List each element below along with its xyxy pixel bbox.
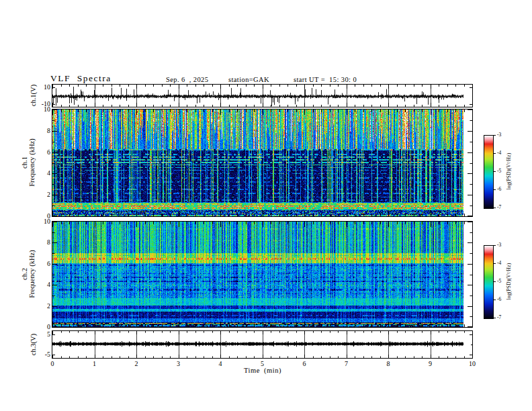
ch1-frequency-axis-label: ch.1 Frequency (kHz): [21, 138, 36, 186]
colorbar-tick: [493, 171, 496, 172]
colorbar-tick-label: -5: [497, 169, 501, 174]
x-tick-label: 2: [135, 360, 138, 367]
ch1-axis-frequency-text: Frequency (kHz): [28, 138, 36, 186]
colorbar-ch2: [484, 245, 494, 319]
colorbar-tick: [493, 263, 496, 264]
y-tick-label: 2: [26, 191, 50, 199]
plot-title: VLF Spectra: [50, 73, 112, 84]
ch1-axis-channel-text: ch.1: [21, 138, 28, 186]
ch2-frequency-axis-label: ch.2 Frequency (kHz): [21, 250, 36, 298]
colorbar-tick-label: -7: [497, 205, 501, 210]
colorbar1-label: log(PSD)(V²/Hz): [505, 153, 513, 190]
colorbar-tick-label: -5: [497, 279, 501, 284]
x-tick-label: 10: [469, 360, 476, 367]
ch1-waveform-panel: [52, 84, 473, 107]
x-tick-label: 8: [387, 360, 390, 367]
y-tick-label: 4: [26, 281, 50, 289]
colorbar-tick-label: -4: [497, 150, 501, 156]
y-tick-label: 4: [26, 169, 50, 177]
y-tick-label: 5: [26, 330, 50, 338]
date-label: Sep. 6 , 2025: [166, 76, 208, 83]
colorbar-tick-label: -6: [497, 187, 501, 192]
colorbar-tick: [493, 281, 496, 282]
colorbar-tick-label: -7: [497, 315, 501, 320]
x-tick-label: 1: [93, 360, 96, 367]
station-label: station=GAK: [228, 76, 269, 83]
ch1-spectrogram-panel: [52, 109, 473, 217]
colorbar-tick-label: -3: [497, 242, 501, 248]
y-tick-label: 10: [26, 218, 50, 226]
y-tick-label: 8: [26, 238, 50, 246]
y-tick-label: 2: [26, 302, 50, 310]
colorbar-tick-label: -4: [497, 261, 501, 266]
colorbar-tick: [493, 318, 496, 318]
x-tick-label: 6: [303, 360, 306, 367]
colorbar-tick: [493, 300, 496, 300]
y-tick-label: 10: [26, 105, 50, 113]
x-tick-label: 4: [219, 360, 222, 367]
colorbar2-label: log(PSD)(V²/Hz): [505, 263, 513, 300]
ch2-axis-channel-text: ch.2: [21, 250, 28, 298]
y-tick-label: 6: [26, 260, 50, 268]
ch3-waveform-panel: [52, 330, 473, 359]
x-tick-label: 7: [345, 360, 348, 367]
y-tick-label: 8: [26, 127, 50, 135]
x-axis-title: Time (min): [244, 367, 281, 374]
colorbar-tick: [493, 135, 496, 136]
ch2-spectrogram-panel: [52, 221, 473, 328]
y-tick-label: 10: [26, 83, 50, 91]
colorbar-tick: [493, 189, 496, 190]
colorbar-tick: [493, 153, 496, 154]
x-tick-label: 5: [261, 360, 264, 367]
vlf-spectra-figure: VLF Spectra Sep. 6 , 2025 station=GAK st…: [0, 0, 532, 411]
ch2-axis-frequency-text: Frequency (kHz): [28, 250, 36, 298]
colorbar-tick: [493, 245, 496, 246]
colorbar-ch1: [484, 135, 494, 209]
colorbar-tick: [493, 208, 496, 208]
y-tick-label: -5: [26, 351, 50, 359]
x-tick-label: 0: [51, 360, 54, 367]
colorbar-tick-label: -3: [497, 132, 501, 138]
x-tick-label: 9: [429, 360, 432, 367]
colorbar-tick-label: -6: [497, 297, 501, 302]
start-ut-label: start UT = 15: 30: 0: [294, 76, 357, 83]
x-tick-label: 3: [177, 360, 180, 367]
y-tick-label: 6: [26, 148, 50, 156]
